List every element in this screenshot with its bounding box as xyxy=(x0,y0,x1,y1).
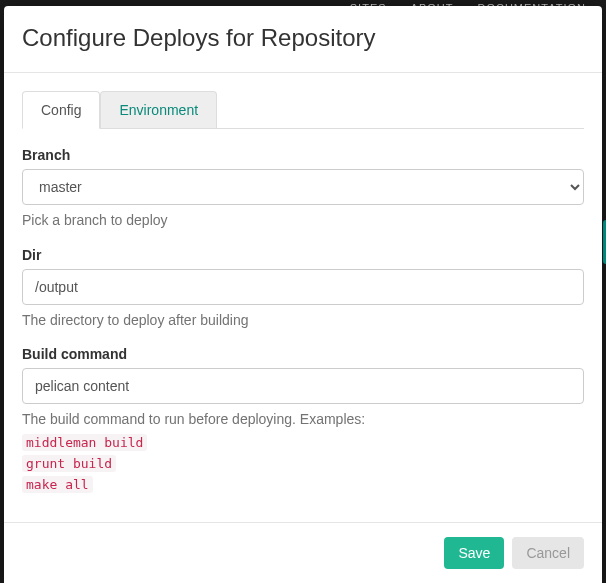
build-help: The build command to run before deployin… xyxy=(22,410,584,430)
build-example-3: make all xyxy=(22,476,93,493)
branch-help: Pick a branch to deploy xyxy=(22,211,584,231)
tabs: Config Environment xyxy=(22,91,584,129)
modal-backdrop: SITES ABOUT DOCUMENTATION Configure Depl… xyxy=(0,0,606,583)
modal-title: Configure Deploys for Repository xyxy=(22,24,584,52)
tab-config[interactable]: Config xyxy=(22,91,100,129)
configure-deploys-modal: Configure Deploys for Repository Config … xyxy=(4,6,602,583)
build-label: Build command xyxy=(22,346,584,362)
dir-input[interactable] xyxy=(22,269,584,305)
dir-group: Dir The directory to deploy after buildi… xyxy=(22,247,584,331)
branch-label: Branch xyxy=(22,147,584,163)
dir-label: Dir xyxy=(22,247,584,263)
build-example-1: middleman build xyxy=(22,434,147,451)
tab-environment[interactable]: Environment xyxy=(100,91,217,128)
modal-body: Config Environment Branch master Pick a … xyxy=(4,73,602,522)
build-examples: middleman build grunt build make all xyxy=(22,432,584,493)
branch-group: Branch master Pick a branch to deploy xyxy=(22,147,584,231)
save-button[interactable]: Save xyxy=(444,537,504,569)
build-input[interactable] xyxy=(22,368,584,404)
modal-footer: Save Cancel xyxy=(4,522,602,583)
cancel-button[interactable]: Cancel xyxy=(512,537,584,569)
branch-select[interactable]: master xyxy=(22,169,584,205)
dir-help: The directory to deploy after building xyxy=(22,311,584,331)
modal-header: Configure Deploys for Repository xyxy=(4,6,602,73)
build-group: Build command The build command to run b… xyxy=(22,346,584,493)
build-example-2: grunt build xyxy=(22,455,116,472)
